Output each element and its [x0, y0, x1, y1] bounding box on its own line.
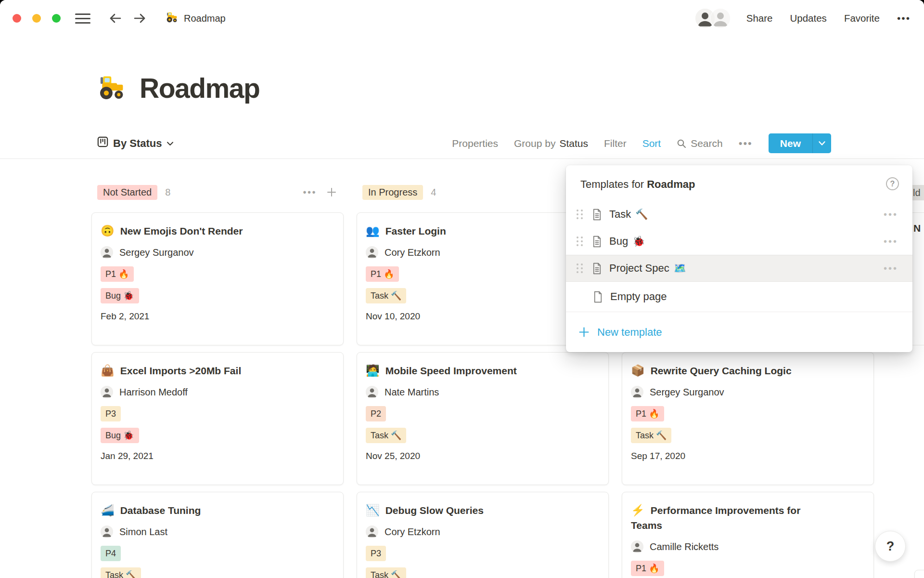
group-by-button[interactable]: Group by Status: [514, 138, 588, 149]
chevron-down-icon: [167, 141, 174, 146]
templates-popup-header: Templates for Roadmap ?: [566, 165, 912, 201]
card-partial[interactable]: [914, 570, 924, 578]
search-icon: [677, 139, 686, 148]
toolbar-actions: Properties Group by Status Filter Sort S…: [452, 133, 831, 153]
sort-button[interactable]: Sort: [642, 138, 661, 149]
new-button[interactable]: New: [769, 133, 812, 153]
forward-arrow-icon[interactable]: [133, 13, 146, 24]
column-more-icon[interactable]: •••: [303, 187, 317, 198]
more-options-icon[interactable]: •••: [897, 13, 911, 24]
template-label: Project Spec: [609, 262, 669, 275]
column-count: 4: [431, 187, 436, 198]
page-title[interactable]: Roadmap: [140, 72, 259, 104]
updates-button[interactable]: Updates: [790, 13, 827, 24]
assignee-name: Harrison Medoff: [119, 387, 188, 398]
help-button[interactable]: ?: [875, 531, 906, 562]
template-more-icon[interactable]: •••: [884, 209, 898, 220]
template-item-empty-page[interactable]: Empty page: [566, 282, 912, 312]
template-item-project-spec[interactable]: Project Spec 🗺️ •••: [566, 255, 912, 282]
avatar: [366, 386, 378, 398]
card-assignee: Cory Etzkorn: [366, 246, 600, 259]
template-item-task[interactable]: Task 🔨 •••: [566, 201, 912, 228]
template-item-bug[interactable]: Bug 🐞 •••: [566, 228, 912, 255]
column-status-badge[interactable]: Not Started: [97, 185, 157, 200]
hammer-icon: 🔨: [635, 209, 648, 220]
share-button[interactable]: Share: [746, 13, 773, 24]
breadcrumb[interactable]: Roadmap: [166, 11, 226, 26]
column-count: 8: [165, 187, 170, 198]
card-date: Nov 10, 2020: [366, 311, 600, 322]
card-assignee: Simon Last: [101, 525, 334, 538]
card[interactable]: 🚄Database Tuning Simon Last P4 Task 🔨: [91, 492, 344, 578]
card[interactable]: 🧑‍💻Mobile Speed Improvement Nate Martins…: [357, 352, 609, 485]
page-icon: [592, 236, 602, 248]
view-switcher[interactable]: By Status: [97, 136, 174, 150]
template-label: Bug: [609, 235, 628, 248]
templates-title-name: Roadmap: [647, 178, 695, 190]
template-more-icon[interactable]: •••: [884, 263, 898, 274]
collaborator-avatars[interactable]: [694, 8, 731, 29]
card-date: Feb 2, 2021: [101, 311, 334, 322]
column-status-badge[interactable]: In Progress: [362, 185, 423, 200]
page-icon: [592, 209, 602, 221]
world-map-icon: 🗺️: [674, 263, 686, 274]
card-assignee: Nate Martins: [366, 386, 600, 398]
page-tractor-icon[interactable]: [97, 72, 127, 104]
properties-button[interactable]: Properties: [452, 138, 498, 149]
column-add-icon[interactable]: [326, 187, 337, 197]
blank-page-icon: [593, 291, 603, 303]
card-assignee: Harrison Medoff: [101, 386, 334, 398]
column-cards: 📦Rewrite Query Caching Logic Sergey Surg…: [622, 352, 874, 578]
close-window-button[interactable]: [13, 14, 21, 23]
priority-badge: P4: [101, 546, 121, 561]
card[interactable]: ⚡Performance Improvements for Teams Cami…: [622, 492, 874, 578]
priority-badge: P1 🔥: [366, 266, 399, 282]
new-button-group: New: [769, 133, 831, 153]
card[interactable]: 📉Debug Slow Queries Cory Etzkorn P3 Task…: [357, 492, 609, 578]
card-date: Nov 25, 2020: [366, 451, 600, 461]
sidebar-toggle-icon[interactable]: [75, 13, 90, 24]
search-button[interactable]: Search: [677, 138, 723, 149]
avatar: [101, 525, 113, 538]
drag-handle-icon[interactable]: [577, 236, 583, 246]
zoom-window-button[interactable]: [52, 14, 61, 23]
template-more-icon[interactable]: •••: [884, 236, 898, 247]
chevron-down-icon: [818, 141, 826, 146]
help-icon[interactable]: ?: [886, 177, 899, 190]
ladybug-icon: 🐞: [632, 236, 645, 247]
drag-handle-icon[interactable]: [577, 210, 583, 219]
type-badge: Bug 🐞: [101, 428, 139, 443]
template-label: Task: [609, 208, 631, 221]
minimize-window-button[interactable]: [32, 14, 41, 23]
breadcrumb-title: Roadmap: [184, 13, 226, 24]
plus-icon: [578, 327, 590, 338]
priority-badge: P1 🔥: [631, 406, 664, 421]
toolbar-more-icon[interactable]: •••: [739, 137, 753, 150]
card-emoji: ⚡: [631, 504, 645, 516]
card-assignee: Sergey Surganov: [631, 386, 865, 398]
templates-title-prefix: Templates for: [580, 178, 647, 190]
new-button-dropdown[interactable]: [812, 133, 831, 153]
page-header: Roadmap: [97, 72, 259, 104]
type-badge: Task 🔨: [366, 288, 406, 303]
favorite-button[interactable]: Favorite: [844, 13, 880, 24]
assignee-name: Sergey Surganov: [650, 387, 724, 398]
avatar: [710, 8, 731, 29]
card[interactable]: 📦Rewrite Query Caching Logic Sergey Surg…: [622, 352, 874, 485]
new-template-label: New template: [597, 326, 662, 339]
card-emoji: 📉: [366, 504, 380, 516]
view-toolbar: By Status Properties Group by Status Fil…: [0, 133, 924, 159]
filter-button[interactable]: Filter: [604, 138, 627, 149]
new-template-button[interactable]: New template: [566, 312, 912, 352]
priority-badge: P3: [101, 406, 121, 421]
assignee-name: Nate Martins: [385, 387, 439, 398]
back-arrow-icon[interactable]: [109, 13, 122, 24]
card-title: Debug Slow Queries: [385, 505, 484, 516]
drag-handle-icon[interactable]: [577, 263, 583, 273]
avatar: [101, 246, 113, 259]
card[interactable]: 👜Excel Imports >20Mb Fail Harrison Medof…: [91, 352, 344, 485]
type-badge: Task 🔨: [631, 428, 671, 443]
board-column-not-started: Not Started 8 ••• 🙃New Emojis Don't Rend…: [91, 183, 344, 578]
card[interactable]: 🙃New Emojis Don't Render Sergey Surganov…: [91, 212, 344, 345]
card-emoji: 🙃: [101, 224, 115, 237]
